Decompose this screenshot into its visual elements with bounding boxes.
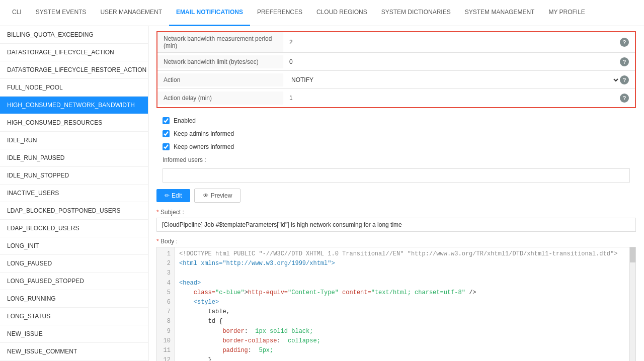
nav-item-system-events[interactable]: SYSTEM EVENTS [29, 0, 94, 26]
scrollbar-thumb[interactable] [630, 247, 635, 262]
sidebar-item-long_paused[interactable]: LONG_PAUSED [0, 255, 148, 273]
settings-row: ActionNOTIFY? [157, 71, 635, 89]
line-number: 4 [161, 279, 171, 288]
main-layout: BILLING_QUOTA_EXCEEDINGDATASTORAGE_LIFEC… [0, 26, 644, 361]
line-number: 10 [161, 336, 171, 346]
sidebar-item-long_running[interactable]: LONG_RUNNING [0, 290, 148, 308]
code-line: } [179, 355, 625, 361]
nav-item-user-management[interactable]: USER MANAGEMENT [93, 0, 169, 26]
help-icon[interactable]: ? [620, 38, 629, 47]
line-numbers: 123456789101112131415 [157, 247, 175, 361]
keep-admins-checkbox[interactable] [163, 130, 170, 137]
help-icon[interactable]: ? [620, 75, 629, 84]
settings-row-value: 1? [283, 91, 635, 106]
code-line: border-collapse: collapse; [179, 336, 625, 346]
line-number: 12 [161, 355, 171, 361]
code-line: table, [179, 307, 625, 317]
nav-item-preferences[interactable]: PREFERENCES [250, 0, 309, 26]
nav-item-system-dictionaries[interactable]: SYSTEM DICTIONARIES [374, 0, 458, 26]
sidebar-item-long_init[interactable]: LONG_INIT [0, 237, 148, 255]
eye-icon: 👁 [203, 192, 209, 199]
keep-owners-label: Keep owners informed [174, 143, 234, 150]
subject-field-label: * Subject : [156, 207, 636, 218]
subject-required-marker: * [156, 209, 159, 216]
line-number: 8 [161, 317, 171, 326]
code-line [179, 268, 625, 278]
nav-item-email-notifications[interactable]: EMAIL NOTIFICATIONS [169, 0, 250, 26]
help-icon[interactable]: ? [620, 94, 629, 103]
line-number: 7 [161, 307, 171, 317]
code-line: class="c-blue">http-equiv="Content-Type"… [179, 288, 625, 298]
code-editor[interactable]: 123456789101112131415 <!DOCTYPE html PUB… [156, 247, 636, 361]
settings-row-label: Action [157, 73, 283, 86]
settings-box: Network bandwidth measurement period (mi… [156, 31, 636, 108]
sidebar-item-idle_run_paused[interactable]: IDLE_RUN_PAUSED [0, 149, 148, 167]
sidebar-item-idle_run[interactable]: IDLE_RUN [0, 132, 148, 149]
code-line: td { [179, 317, 625, 326]
body-label-text: Body : [160, 238, 178, 245]
sidebar-item-high_consumed_resources[interactable]: HIGH_CONSUMED_RESOURCES [0, 114, 148, 132]
top-navigation: CLISYSTEM EVENTSUSER MANAGEMENTEMAIL NOT… [0, 0, 644, 26]
enabled-checkbox[interactable] [163, 117, 170, 124]
sidebar-item-datastorage_lifecycle_restore_action[interactable]: DATASTORAGE_LIFECYCLE_RESTORE_ACTION [0, 61, 148, 79]
sidebar-item-inactive_users[interactable]: INACTIVE_USERS [0, 185, 148, 202]
sidebar-item-long_paused_stopped[interactable]: LONG_PAUSED_STOPPED [0, 273, 148, 290]
body-required-marker: * [156, 238, 159, 245]
settings-row: Action delay (min)1? [157, 89, 635, 107]
line-number: 3 [161, 268, 171, 278]
settings-value-text: 2 [289, 39, 293, 46]
main-content: Network bandwidth measurement period (mi… [148, 26, 644, 361]
settings-row-label: Network bandwidth measurement period (mi… [157, 32, 283, 52]
code-line: padding: 5px; [179, 346, 625, 355]
edit-button[interactable]: ✏ Edit [156, 189, 190, 202]
informed-users-input[interactable] [163, 168, 630, 183]
sidebar: BILLING_QUOTA_EXCEEDINGDATASTORAGE_LIFEC… [0, 26, 148, 361]
code-line: <head> [179, 279, 625, 288]
edit-label: Edit [172, 192, 182, 199]
sidebar-item-datastorage_lifecycle_action[interactable]: DATASTORAGE_LIFECYCLE_ACTION [0, 44, 148, 61]
settings-value-text: 0 [289, 58, 293, 65]
sidebar-item-long_status[interactable]: LONG_STATUS [0, 308, 148, 325]
keep-admins-row: Keep admins informed [156, 127, 636, 140]
pencil-icon: ✏ [165, 192, 170, 199]
settings-row-value: 0? [283, 54, 635, 69]
line-number: 2 [161, 259, 171, 268]
informed-users-label: Informed users : [156, 153, 636, 166]
code-scrollbar[interactable] [629, 247, 635, 361]
line-number: 6 [161, 298, 171, 307]
settings-row: Network bandwidth limit (bytes/sec)0? [157, 53, 635, 71]
enabled-row: Enabled [156, 114, 636, 127]
subject-label-text: Subject : [160, 209, 184, 216]
sidebar-item-billing_quota_exceeding[interactable]: BILLING_QUOTA_EXCEEDING [0, 26, 148, 44]
settings-value-text: 1 [289, 95, 293, 102]
preview-button[interactable]: 👁 Preview [194, 189, 241, 203]
code-line: <style> [179, 298, 625, 307]
code-line: <html xmlns="http://www.w3.org/1999/xhtm… [179, 259, 625, 268]
subject-input[interactable] [156, 218, 636, 232]
line-number: 5 [161, 288, 171, 298]
sidebar-item-ldap_blocked_postponed_users[interactable]: LDAP_BLOCKED_POSTPONED_USERS [0, 202, 148, 220]
sidebar-item-idle_run_stopped[interactable]: IDLE_RUN_STOPPED [0, 167, 148, 185]
body-field-label: * Body : [156, 236, 636, 247]
settings-row-value: NOTIFY? [283, 72, 635, 87]
sidebar-item-new_issue[interactable]: NEW_ISSUE [0, 325, 148, 343]
action-buttons: ✏ Edit 👁 Preview [156, 185, 636, 207]
keep-owners-checkbox[interactable] [163, 143, 170, 150]
help-icon[interactable]: ? [620, 57, 629, 66]
nav-item-my-profile[interactable]: MY PROFILE [541, 0, 592, 26]
code-line: border: 1px solid black; [179, 327, 625, 336]
enabled-label: Enabled [174, 117, 196, 124]
settings-row: Network bandwidth measurement period (mi… [157, 32, 635, 53]
action-select[interactable]: NOTIFY [289, 76, 620, 84]
sidebar-item-high_consumed_network_bandwidth[interactable]: HIGH_CONSUMED_NETWORK_BANDWIDTH [0, 97, 148, 114]
settings-row-label: Network bandwidth limit (bytes/sec) [157, 55, 283, 68]
settings-row-label: Action delay (min) [157, 92, 283, 105]
line-number: 11 [161, 346, 171, 355]
nav-item-cli[interactable]: CLI [5, 0, 29, 26]
nav-item-cloud-regions[interactable]: CLOUD REGIONS [309, 0, 374, 26]
nav-item-system-management[interactable]: SYSTEM MANAGEMENT [458, 0, 542, 26]
sidebar-item-full_node_pool[interactable]: FULL_NODE_POOL [0, 79, 148, 97]
sidebar-item-ldap_blocked_users[interactable]: LDAP_BLOCKED_USERS [0, 220, 148, 237]
keep-owners-row: Keep owners informed [156, 140, 636, 153]
sidebar-item-new_issue_comment[interactable]: NEW_ISSUE_COMMENT [0, 343, 148, 360]
